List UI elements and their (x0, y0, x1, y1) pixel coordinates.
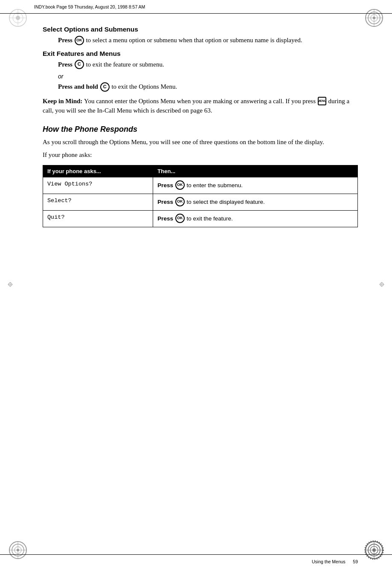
press-text-1: to select a menu option or submenu when … (84, 37, 302, 43)
keep-in-mind-text-1: You cannot enter the Options Menu when y… (84, 98, 317, 104)
press-text-2: to exit the feature or submenu. (84, 61, 164, 68)
ok-button-icon-1: OK (75, 36, 84, 45)
ok-icon-select: OK (175, 197, 185, 206)
section-exit-features: Exit Features and Menus Press C to exit … (43, 50, 358, 92)
mid-right-marker (379, 281, 384, 287)
or-divider: or (58, 73, 343, 80)
section-title-how-phone: How the Phone Responds (43, 125, 358, 134)
table-cell-view-options-desc: Press OK to enter the submenu. (153, 177, 358, 194)
table-cell-quit: Quit? (43, 210, 153, 227)
table-row: Select? Press OK to select the displayed… (43, 194, 358, 210)
ok-icon-quit: OK (175, 214, 185, 223)
page-header: INDY.book Page 59 Thursday, August 20, 1… (0, 0, 392, 14)
press-label-view: Press (157, 182, 175, 188)
phone-asks-table: If your phone asks... Then... View Optio… (43, 165, 358, 227)
c-button-icon-2: C (100, 82, 110, 92)
press-text-quit: to exit the feature. (185, 215, 233, 221)
press-label-2: Press (58, 61, 74, 68)
ok-icon-view: OK (175, 180, 185, 190)
table-cell-view-options: View Options? (43, 177, 153, 194)
table-header-row: If your phone asks... Then... (43, 165, 358, 177)
press-text-view: to enter the submenu. (185, 182, 243, 188)
how-phone-text-1: As you scroll through the Options Menu, … (43, 137, 358, 147)
menu-button-icon: MENU (318, 97, 326, 105)
press-text-select: to select the displayed feature. (185, 198, 265, 205)
how-phone-text-2: If your phone asks: (43, 150, 358, 160)
press-label-1: Press (58, 37, 74, 43)
main-content: Select Options and Submenus Press OK to … (43, 21, 358, 547)
section-title-select-options: Select Options and Submenus (43, 26, 358, 33)
mid-left-marker (8, 281, 13, 287)
para-exit-hold: Press and hold C to exit the Options Men… (58, 82, 358, 92)
press-hold-label: Press and hold (58, 83, 100, 90)
header-text: INDY.book Page 59 Thursday, August 20, 1… (34, 4, 145, 9)
para-select-options: Press OK to select a menu option or subm… (58, 36, 358, 46)
press-hold-text: to exit the Options Menu. (110, 83, 177, 90)
c-button-icon-1: C (75, 60, 84, 69)
table-cell-quit-desc: Press OK to exit the feature. (153, 210, 358, 227)
keep-in-mind-label: Keep in Mind: (43, 98, 84, 104)
para-exit-press: Press C to exit the feature or submenu. (58, 60, 358, 70)
press-label-select: Press (157, 198, 175, 205)
press-label-quit: Press (157, 215, 175, 221)
page-footer: Using the Menus 59 (0, 554, 392, 568)
section-how-phone-responds: How the Phone Responds As you scroll thr… (43, 125, 358, 160)
table-cell-select-desc: Press OK to select the displayed feature… (153, 194, 358, 210)
section-title-exit-features: Exit Features and Menus (43, 50, 358, 58)
table-header-col2: Then... (153, 165, 358, 177)
table-row: View Options? Press OK to enter the subm… (43, 177, 358, 194)
section-select-options: Select Options and Submenus Press OK to … (43, 26, 358, 46)
table-cell-select: Select? (43, 194, 153, 210)
table-header-col1: If your phone asks... (43, 165, 153, 177)
table-row: Quit? Press OK to exit the feature. (43, 210, 358, 227)
keep-in-mind-para: Keep in Mind: You cannot enter the Optio… (43, 96, 358, 116)
footer-section-name: Using the Menus 59 (312, 559, 358, 564)
